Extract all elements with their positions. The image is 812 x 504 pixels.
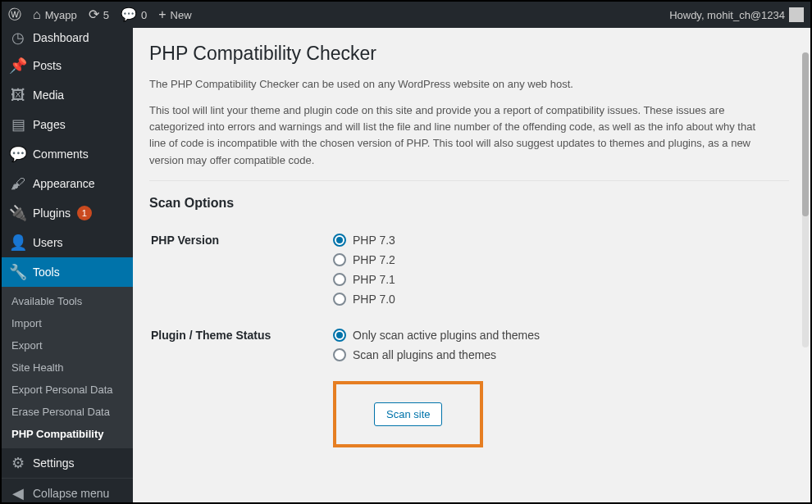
collapse-icon: ◀ bbox=[10, 485, 26, 502]
option-label: PHP 7.2 bbox=[353, 253, 395, 266]
site-link[interactable]: ⌂Myapp bbox=[33, 8, 77, 21]
sidebar-item-label: Pages bbox=[33, 118, 66, 131]
sidebar-item-tools[interactable]: 🔧 Tools bbox=[2, 257, 133, 287]
sidebar-item-label: Dashboard bbox=[33, 31, 89, 44]
divider bbox=[149, 180, 789, 181]
new-label: New bbox=[171, 9, 192, 21]
option-label: PHP 7.3 bbox=[353, 234, 395, 247]
sidebar-item-dashboard[interactable]: ◷ Dashboard bbox=[2, 28, 133, 51]
sidebar-item-label: Appearance bbox=[33, 177, 95, 190]
status-option[interactable]: Scan all plugins and themes bbox=[333, 345, 787, 365]
sidebar-item-label: Settings bbox=[33, 456, 75, 470]
plugin-icon: 🔌 bbox=[10, 205, 26, 221]
scan-highlight: Scan site bbox=[333, 381, 483, 447]
site-name: Myapp bbox=[45, 9, 77, 21]
settings-icon: ⚙ bbox=[10, 455, 26, 471]
scrollbar[interactable] bbox=[802, 52, 809, 347]
sidebar-item-media[interactable]: 🖾 Media bbox=[2, 80, 133, 110]
option-label: PHP 7.0 bbox=[353, 293, 395, 306]
dashboard-icon: ◷ bbox=[10, 30, 26, 46]
radio-icon bbox=[333, 293, 346, 306]
comments-link[interactable]: 💬0 bbox=[121, 8, 147, 21]
php-version-option[interactable]: PHP 7.2 bbox=[333, 250, 787, 270]
page-title: PHP Compatibility Checker bbox=[149, 43, 794, 65]
subitem-site-health[interactable]: Site Health bbox=[2, 356, 133, 379]
new-link[interactable]: +New bbox=[158, 8, 191, 21]
sidebar-item-label: Users bbox=[33, 236, 63, 249]
subitem-php-compat[interactable]: PHP Compatibility bbox=[2, 423, 133, 445]
updates-count: 5 bbox=[103, 9, 109, 21]
sidebar-item-comments[interactable]: 💬 Comments bbox=[2, 139, 133, 169]
sidebar-item-pages[interactable]: ▤ Pages bbox=[2, 110, 133, 139]
php-version-option[interactable]: PHP 7.0 bbox=[333, 289, 787, 309]
admin-sidebar: ◷ Dashboard 📌 Posts 🖾 Media ▤ Pages 💬 Co… bbox=[2, 28, 133, 502]
brush-icon: 🖌 bbox=[10, 175, 26, 192]
wp-logo[interactable]: ⓦ bbox=[8, 8, 21, 21]
wrench-icon: 🔧 bbox=[10, 264, 26, 280]
sidebar-item-settings[interactable]: ⚙ Settings bbox=[2, 448, 133, 478]
plugin-badge: 1 bbox=[77, 206, 92, 220]
intro-text: The PHP Compatibility Checker can be use… bbox=[149, 76, 773, 93]
php-version-option[interactable]: PHP 7.1 bbox=[333, 270, 787, 289]
scan-options-heading: Scan Options bbox=[149, 196, 794, 211]
page-icon: ▤ bbox=[10, 116, 26, 133]
main-content: PHP Compatibility Checker The PHP Compat… bbox=[133, 28, 810, 502]
sidebar-item-label: Posts bbox=[33, 59, 62, 72]
tools-submenu: Available Tools Import Export Site Healt… bbox=[2, 287, 133, 448]
refresh-icon: ⟳ bbox=[89, 8, 99, 21]
subitem-export[interactable]: Export bbox=[2, 334, 133, 356]
media-icon: 🖾 bbox=[10, 87, 26, 103]
sidebar-item-users[interactable]: 👤 Users bbox=[2, 228, 133, 257]
php-version-option[interactable]: PHP 7.3 bbox=[333, 230, 787, 250]
admin-bar: ⓦ ⌂Myapp ⟳5 💬0 +New Howdy, mohit_ch@1234 bbox=[2, 2, 810, 28]
status-option[interactable]: Only scan active plugins and themes bbox=[333, 325, 787, 345]
subitem-erase-personal[interactable]: Erase Personal Data bbox=[2, 401, 133, 423]
radio-icon bbox=[333, 273, 346, 286]
user-icon: 👤 bbox=[10, 234, 26, 251]
wordpress-icon: ⓦ bbox=[8, 8, 21, 21]
desc-text: This tool will lint your theme and plugi… bbox=[149, 102, 773, 169]
status-label: Plugin / Theme Status bbox=[151, 322, 331, 376]
radio-icon bbox=[333, 348, 346, 361]
scan-site-button[interactable]: Scan site bbox=[374, 402, 442, 426]
php-version-label: PHP Version bbox=[151, 227, 331, 320]
option-label: Scan all plugins and themes bbox=[353, 348, 496, 361]
sidebar-item-label: Media bbox=[33, 89, 64, 102]
updates-link[interactable]: ⟳5 bbox=[89, 8, 109, 21]
option-label: PHP 7.1 bbox=[353, 273, 395, 286]
subitem-import[interactable]: Import bbox=[2, 312, 133, 334]
sidebar-item-plugins[interactable]: 🔌 Plugins 1 bbox=[2, 198, 133, 228]
radio-icon bbox=[333, 234, 346, 247]
sidebar-item-label: Tools bbox=[33, 266, 60, 279]
sidebar-item-label: Collapse menu bbox=[33, 487, 109, 500]
account-link[interactable]: Howdy, mohit_ch@1234 bbox=[669, 7, 804, 22]
howdy-text: Howdy, mohit_ch@1234 bbox=[669, 9, 785, 21]
sidebar-item-collapse[interactable]: ◀ Collapse menu bbox=[2, 478, 133, 502]
option-label: Only scan active plugins and themes bbox=[353, 329, 540, 342]
radio-icon bbox=[333, 253, 346, 266]
plus-icon: + bbox=[158, 8, 166, 21]
comment-icon: 💬 bbox=[121, 8, 137, 21]
avatar bbox=[789, 7, 804, 22]
radio-icon bbox=[333, 329, 346, 342]
subitem-export-personal[interactable]: Export Personal Data bbox=[2, 379, 133, 401]
comments-count: 0 bbox=[141, 9, 147, 21]
sidebar-item-label: Plugins bbox=[33, 207, 71, 220]
subitem-available-tools[interactable]: Available Tools bbox=[2, 290, 133, 312]
sidebar-item-appearance[interactable]: 🖌 Appearance bbox=[2, 169, 133, 198]
home-icon: ⌂ bbox=[33, 8, 41, 21]
sidebar-item-label: Comments bbox=[33, 148, 89, 161]
pin-icon: 📌 bbox=[10, 57, 26, 74]
scrollbar-thumb[interactable] bbox=[802, 52, 809, 216]
sidebar-item-posts[interactable]: 📌 Posts bbox=[2, 51, 133, 80]
comment-icon: 💬 bbox=[10, 146, 26, 162]
